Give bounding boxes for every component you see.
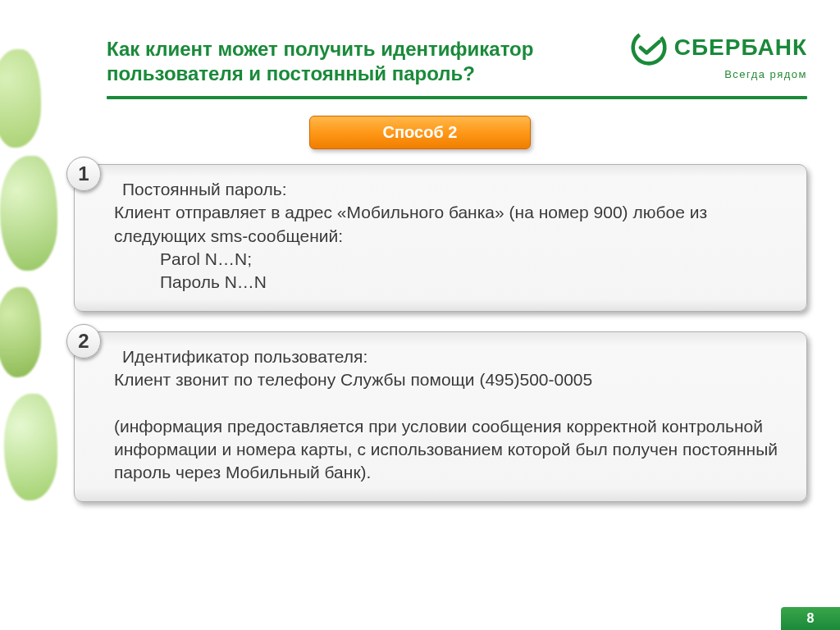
card2-line2: (информация предоставляется при условии … [114, 417, 778, 482]
slide-title: Как клиент может получить идентификатор … [107, 37, 632, 86]
method-badge: Способ 2 [309, 116, 531, 149]
card1-line1: Клиент отправляет в адрес «Мобильного ба… [114, 203, 707, 244]
bank-name: СБЕРБАНК [674, 34, 807, 61]
step-number-1: 1 [66, 157, 101, 191]
card2-heading: Идентификатор пользователя: [122, 345, 368, 368]
green-separator [107, 96, 807, 99]
step-card-2: 2 Идентификатор пользователя: Клиент зво… [74, 331, 807, 502]
card1-heading: Постоянный пароль: [122, 178, 287, 201]
sberbank-logo-icon [630, 29, 668, 66]
step-card-1: 1 Постоянный пароль: Клиент отправляет в… [74, 164, 807, 312]
svg-point-0 [630, 29, 668, 66]
page-number: 8 [781, 607, 840, 630]
card1-code2: Пароль N…N [114, 271, 787, 294]
sberbank-logo-block: СБЕРБАНК Всегда рядом [630, 29, 807, 80]
step-number-2: 2 [66, 324, 101, 358]
left-leaf-decoration [0, 41, 66, 550]
card2-line1: Клиент звонит по телефону Службы помощи … [114, 370, 592, 389]
slide-header: Как клиент может получить идентификатор … [0, 0, 840, 86]
tagline: Всегда рядом [630, 68, 807, 80]
card1-code1: Parol N…N; [114, 248, 787, 271]
